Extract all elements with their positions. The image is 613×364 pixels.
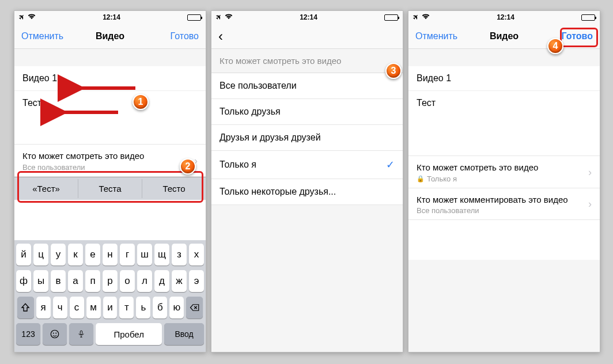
- key[interactable]: й: [16, 244, 31, 266]
- section-header: Кто может смотреть это видео: [211, 49, 403, 73]
- suggestion-1[interactable]: «Тест»: [14, 179, 78, 198]
- video-desc-value: Тест: [417, 98, 436, 108]
- airplane-icon: ✈: [214, 13, 224, 22]
- callout-3: 3: [385, 63, 402, 79]
- key[interactable]: о: [120, 270, 135, 292]
- privacy-comment-row[interactable]: Кто может комментировать это видео Все п…: [408, 188, 600, 221]
- key[interactable]: ю: [169, 297, 184, 318]
- key[interactable]: з: [172, 244, 187, 266]
- key[interactable]: с: [70, 297, 84, 318]
- key[interactable]: ф: [16, 270, 31, 292]
- key[interactable]: д: [154, 270, 169, 292]
- svg-point-0: [51, 330, 59, 338]
- key[interactable]: р: [103, 270, 118, 292]
- nav-title: Видео: [81, 31, 140, 41]
- key[interactable]: б: [153, 297, 167, 318]
- backspace-key[interactable]: [186, 297, 203, 318]
- chevron-right-icon: ›: [588, 166, 592, 179]
- key[interactable]: и: [103, 297, 118, 318]
- privacy-view-label: Кто может смотреть это видео: [22, 150, 194, 162]
- shift-key[interactable]: [17, 297, 34, 318]
- key-row-4: 123 Пробел Ввод: [16, 323, 204, 345]
- wifi-icon: [422, 13, 430, 22]
- cancel-button[interactable]: Отменить: [415, 31, 475, 41]
- status-bar: ✈ 12:14: [408, 11, 600, 24]
- option-friends-only[interactable]: Только друзья: [211, 99, 403, 125]
- back-button[interactable]: ‹: [218, 29, 223, 43]
- airplane-icon: ✈: [411, 13, 421, 22]
- key[interactable]: ц: [33, 244, 48, 266]
- airplane-icon: ✈: [17, 13, 27, 22]
- suggestion-2[interactable]: Теста: [78, 179, 142, 198]
- key-row-1: й ц у к е н г ш щ з х: [16, 244, 204, 266]
- done-button[interactable]: Готово: [139, 31, 199, 41]
- status-time: 12:14: [497, 13, 514, 21]
- video-desc-field[interactable]: Тест: [408, 91, 600, 115]
- cancel-button[interactable]: Отменить: [21, 31, 81, 41]
- key[interactable]: ы: [33, 270, 48, 292]
- screen-3-edit-video-updated: ✈ 12:14 Отменить Видео Готово Видео 1 Те…: [408, 10, 600, 352]
- key[interactable]: л: [137, 270, 152, 292]
- privacy-comment-value: Все пользователи: [417, 206, 588, 215]
- battery-icon: [187, 14, 201, 21]
- privacy-view-value: Все пользователи: [22, 163, 194, 172]
- space-key[interactable]: Пробел: [96, 323, 162, 345]
- callout-4: 4: [547, 38, 563, 54]
- key[interactable]: ш: [137, 244, 152, 266]
- key[interactable]: ь: [136, 297, 150, 318]
- key[interactable]: м: [86, 297, 101, 318]
- key-row-3: я ч с м и т ь б ю: [16, 297, 204, 318]
- key[interactable]: у: [51, 244, 66, 266]
- screen-1-edit-video: ✈ 12:14 Отменить Видео Готово Кто может …: [14, 10, 206, 352]
- arrow-1b: [58, 107, 121, 118]
- battery-icon: [384, 14, 398, 21]
- key[interactable]: н: [103, 244, 118, 266]
- status-bar: ✈ 12:14: [14, 11, 206, 24]
- nav-bar: ‹: [211, 24, 403, 49]
- nav-bar: Отменить Видео Готово: [14, 24, 206, 49]
- screen-2-privacy-options: ✈ 12:14 ‹ Кто может смотреть это видео В…: [211, 10, 403, 352]
- mic-key[interactable]: [69, 323, 93, 345]
- callout-2: 2: [180, 158, 196, 175]
- video-title-field[interactable]: Видео 1: [408, 66, 600, 91]
- keyboard: й ц у к е н г ш щ з х ф ы в а п р о л д …: [14, 240, 206, 352]
- callout-1: 1: [133, 94, 149, 110]
- key[interactable]: щ: [154, 244, 169, 266]
- key[interactable]: е: [85, 244, 100, 266]
- key[interactable]: ч: [53, 297, 67, 318]
- done-button[interactable]: Готово: [533, 31, 593, 41]
- key[interactable]: г: [120, 244, 135, 266]
- key[interactable]: т: [119, 297, 134, 318]
- key[interactable]: в: [51, 270, 66, 292]
- privacy-view-value: Только я: [427, 175, 457, 183]
- nav-title: Видео: [475, 31, 534, 41]
- emoji-key[interactable]: [43, 323, 67, 345]
- status-time: 12:14: [103, 13, 120, 21]
- svg-rect-3: [80, 331, 82, 335]
- privacy-view-row[interactable]: Кто может смотреть это видео 🔒 Только я …: [408, 156, 600, 188]
- privacy-comment-label: Кто может комментировать это видео: [417, 194, 588, 206]
- key[interactable]: ж: [172, 270, 187, 292]
- status-time: 12:14: [300, 13, 317, 21]
- key[interactable]: а: [68, 270, 83, 292]
- key[interactable]: к: [68, 244, 83, 266]
- option-all-users[interactable]: Все пользователи: [211, 73, 403, 99]
- privacy-view-row[interactable]: Кто может смотреть это видео Все пользов…: [14, 144, 206, 177]
- numbers-key[interactable]: 123: [16, 323, 40, 345]
- battery-icon: [581, 14, 595, 21]
- option-some-friends[interactable]: Только некоторые друзья...: [211, 179, 403, 205]
- key[interactable]: э: [189, 270, 204, 292]
- wifi-icon: [225, 13, 233, 22]
- keyboard-suggestions: «Тест» Теста Тесто: [14, 177, 206, 200]
- enter-key[interactable]: Ввод: [164, 323, 204, 345]
- key[interactable]: х: [189, 244, 204, 266]
- key[interactable]: я: [36, 297, 51, 318]
- option-friends-of-friends[interactable]: Друзья и друзья друзей: [211, 125, 403, 151]
- option-only-me[interactable]: Только я ✓: [211, 151, 403, 179]
- wifi-icon: [28, 13, 36, 22]
- privacy-view-label: Кто может смотреть это видео: [417, 162, 588, 173]
- suggestion-3[interactable]: Тесто: [142, 179, 206, 198]
- checkmark-icon: ✓: [386, 158, 395, 171]
- key[interactable]: п: [85, 270, 100, 292]
- svg-point-2: [55, 333, 56, 334]
